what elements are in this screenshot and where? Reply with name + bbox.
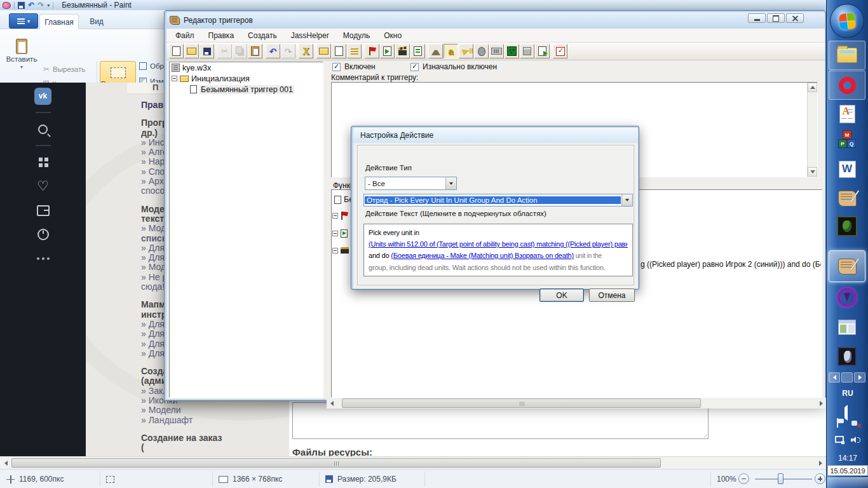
collapse-icon[interactable] xyxy=(332,248,338,254)
toolbar-object-editor-button[interactable] xyxy=(474,44,489,58)
toolbar-new-category-button[interactable] xyxy=(316,44,331,58)
trigger-editor-titlebar[interactable]: Редактор триггеров xyxy=(166,12,825,29)
toolbar-save-map-button[interactable] xyxy=(200,44,214,58)
quick-access-dropdown-icon[interactable]: ▾ xyxy=(47,3,50,8)
tab-home[interactable]: Главная xyxy=(39,14,79,29)
dialog-titlebar[interactable]: Настройка Действие xyxy=(353,128,638,143)
taskbar-item-warcraft-roc[interactable] xyxy=(829,214,865,239)
menu-module[interactable]: Модуль xyxy=(343,31,370,40)
webpage-link[interactable]: » Ландшафт xyxy=(141,416,294,425)
ok-button[interactable]: OK xyxy=(539,288,584,302)
taskbar-item-explorer[interactable] xyxy=(829,41,865,70)
scroll-left-icon[interactable] xyxy=(327,398,337,408)
collapse-icon[interactable] xyxy=(332,231,338,236)
toolbar-new-condition-button[interactable] xyxy=(380,44,395,58)
action-type-combobox[interactable]: - Все xyxy=(365,177,457,190)
toolbar-undo-button[interactable] xyxy=(266,44,280,58)
heart-icon[interactable]: ♡ xyxy=(31,177,56,196)
device-error-icon[interactable] xyxy=(851,419,859,427)
action-center-flag-icon[interactable] xyxy=(836,418,844,428)
function-tree-events-row[interactable] xyxy=(332,212,349,220)
collapse-icon[interactable] xyxy=(332,213,338,219)
cancel-button[interactable]: Отмена xyxy=(589,288,635,302)
taskbar-item-mpq-editor[interactable]: MPQ xyxy=(829,128,865,152)
taskbar-item-wordpad[interactable] xyxy=(829,102,865,126)
menu-jasshelper[interactable]: JassHelper xyxy=(291,31,329,40)
function-tree-actions-row[interactable] xyxy=(332,247,349,254)
zoom-slider-thumb[interactable] xyxy=(778,473,783,484)
show-desktop-button[interactable] xyxy=(827,477,868,488)
trigger-tree-panel[interactable]: kye.w3x Инициализация Безымянный триггер… xyxy=(169,62,323,398)
taskbar-item-word[interactable]: W xyxy=(829,157,865,181)
scroll-left-icon[interactable] xyxy=(1,458,11,468)
scroll-up-icon[interactable] xyxy=(808,83,817,92)
explode-unit-link[interactable]: (Боевая единица - Make (Matching unit) В… xyxy=(391,252,574,259)
te-maximize-button[interactable] xyxy=(767,13,785,23)
toolbar-new-event-button[interactable] xyxy=(365,44,379,58)
clock-icon[interactable] xyxy=(31,225,56,244)
toolbar-convert-script-button[interactable] xyxy=(299,44,313,58)
tab-view[interactable]: Вид xyxy=(81,14,112,29)
toolbar-new-trigger-button[interactable] xyxy=(332,44,346,58)
scroll-right-icon[interactable] xyxy=(815,458,825,468)
toolbar-new-variable-button[interactable] xyxy=(410,44,425,58)
show-hidden-icons-button[interactable] xyxy=(844,407,848,419)
paint-titlebar[interactable]: ↶ ↷ ▾ Безымянный - Paint xyxy=(0,0,826,10)
chevron-down-icon[interactable] xyxy=(445,177,456,189)
menu-window[interactable]: Окно xyxy=(384,31,402,40)
menu-create[interactable]: Создать xyxy=(248,31,277,40)
toolbar-new-map-button[interactable] xyxy=(169,44,184,58)
taskbar-item-warcraft-tft[interactable] xyxy=(829,344,865,369)
taskbar-item-world-editor[interactable] xyxy=(829,186,865,210)
taskbar-item-trigger-editor[interactable] xyxy=(829,250,865,282)
taskbar-scroll-page-button[interactable] xyxy=(841,372,853,383)
tree-item-category[interactable]: Инициализация xyxy=(170,73,323,84)
more-dots-icon[interactable] xyxy=(31,249,56,268)
toolbar-copy-button[interactable] xyxy=(233,44,247,58)
toolbar-redo-button[interactable] xyxy=(281,44,295,58)
volume-icon[interactable] xyxy=(851,436,861,444)
network-icon[interactable] xyxy=(835,436,844,444)
toolbar-object-manager-button[interactable] xyxy=(520,44,534,58)
zoom-in-button[interactable] xyxy=(815,473,825,484)
chevron-down-icon[interactable] xyxy=(621,194,632,206)
enabled-checkbox-row[interactable]: Включен xyxy=(332,62,376,71)
paint-horizontal-scrollbar[interactable] xyxy=(0,456,826,469)
comment-scrollbar[interactable] xyxy=(807,83,817,177)
clock-time[interactable]: 14:17 xyxy=(827,454,868,463)
language-indicator[interactable]: RU xyxy=(827,389,868,398)
toolbar-import-manager-button[interactable] xyxy=(535,44,550,58)
apps-grid-icon[interactable] xyxy=(31,152,56,172)
action-combobox[interactable]: Отряд - Pick Every Unit In Unit Group An… xyxy=(363,194,633,207)
toolbar-open-map-button[interactable] xyxy=(184,44,199,58)
units-in-range-link[interactable]: (Units within 512.00 of (Target point of… xyxy=(369,238,628,250)
clock-date[interactable]: 15.05.2019 xyxy=(827,465,868,476)
save-icon[interactable] xyxy=(18,2,25,9)
taskbar-item-opera[interactable] xyxy=(829,71,865,100)
paint-file-menu-button[interactable]: ▾ xyxy=(9,13,38,29)
function-tree-conditions-row[interactable] xyxy=(332,229,348,238)
zoom-out-button[interactable] xyxy=(738,473,749,484)
zoom-slider-track[interactable] xyxy=(755,478,812,480)
toolbar-syntax-check-button[interactable] xyxy=(553,44,567,58)
search-icon[interactable] xyxy=(31,119,56,139)
cut-button[interactable]: ✂ Вырезать xyxy=(43,65,85,74)
scroll-right-icon[interactable] xyxy=(816,398,826,408)
toolbar-sound-editor-button[interactable] xyxy=(459,44,473,58)
undo-icon[interactable]: ↶ xyxy=(28,2,34,8)
te-close-button[interactable] xyxy=(786,13,804,23)
toolbar-cut-button[interactable] xyxy=(217,44,232,58)
scrollbar-thumb[interactable] xyxy=(11,458,661,468)
toolbar-ai-editor-button[interactable] xyxy=(505,44,519,58)
enabled-checkbox[interactable] xyxy=(332,63,341,71)
initially-on-checkbox[interactable] xyxy=(410,63,419,71)
scrollbar-thumb[interactable] xyxy=(342,398,701,408)
paste-button[interactable]: Вставить ▾ xyxy=(5,33,38,75)
toolbar-campaign-editor-button[interactable] xyxy=(489,44,504,58)
scroll-down-icon[interactable] xyxy=(808,167,817,177)
webpage-link[interactable]: » Модели xyxy=(141,405,294,415)
tree-item-trigger[interactable]: Безымянный триггер 001 xyxy=(170,84,323,95)
toolbar-paste-button[interactable] xyxy=(248,44,262,58)
tree-item-map-root[interactable]: kye.w3x xyxy=(170,62,323,73)
menu-file[interactable]: Файл xyxy=(175,31,194,40)
